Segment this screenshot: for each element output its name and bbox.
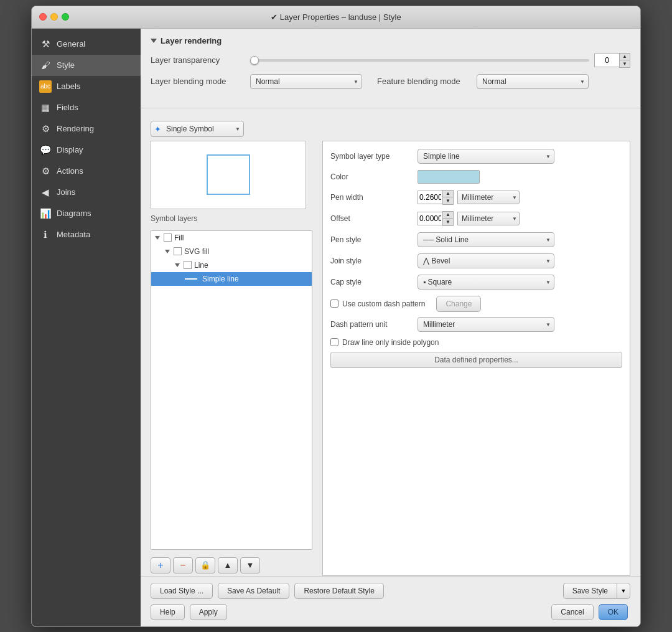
offset-spin: ▲ ▼ bbox=[418, 211, 454, 226]
move-down-layer-button[interactable]: ▼ bbox=[240, 557, 260, 573]
offset-input[interactable] bbox=[418, 212, 442, 225]
sidebar-item-metadata[interactable]: ℹ Metadata bbox=[32, 224, 141, 245]
sidebar-item-display[interactable]: 💬 Display bbox=[32, 139, 141, 161]
layer-check-svg-fill[interactable] bbox=[174, 247, 182, 255]
sidebar-label-rendering: Rendering bbox=[57, 124, 94, 133]
transparency-value-input[interactable] bbox=[594, 54, 619, 67]
pen-width-unit-wrap: Millimeter Pixel Map unit bbox=[457, 191, 520, 204]
main-layout: ⚒ General 🖌 Style abc Labels ▦ Fields ⚙ … bbox=[32, 29, 640, 626]
pen-width-label: Pen width bbox=[330, 193, 418, 202]
sidebar-item-diagrams[interactable]: 📊 Diagrams bbox=[32, 203, 141, 224]
transparency-label: Layer transparency bbox=[151, 55, 250, 65]
sidebar-label-diagrams: Diagrams bbox=[57, 209, 91, 218]
save-style-button[interactable]: Save Style bbox=[563, 583, 617, 599]
divider-1 bbox=[141, 108, 640, 108]
maximize-button[interactable] bbox=[62, 13, 69, 21]
save-as-default-button[interactable]: Save As Default bbox=[218, 583, 289, 599]
sidebar-item-general[interactable]: ⚒ General bbox=[32, 34, 141, 55]
layer-item-simple-line[interactable]: Simple line bbox=[151, 272, 312, 286]
pen-width-spin-down[interactable]: ▼ bbox=[443, 197, 453, 204]
custom-dash-label: Use custom dash pattern bbox=[342, 299, 425, 308]
add-layer-button[interactable]: + bbox=[151, 557, 170, 573]
offset-value-wrap: ▲ ▼ Millimeter Pixel Map unit bbox=[418, 211, 622, 226]
draw-inside-row: Draw line only inside polygon bbox=[330, 338, 622, 347]
color-value-wrap bbox=[418, 170, 622, 184]
sidebar-item-fields[interactable]: ▦ Fields bbox=[32, 97, 141, 118]
layer-item-line[interactable]: Line bbox=[151, 258, 312, 272]
dash-unit-value-wrap: Millimeter Pixel Map unit bbox=[418, 317, 622, 332]
pen-style-select[interactable]: ── Solid Line - - Dash · · Dot bbox=[418, 232, 554, 247]
sidebar-item-joins[interactable]: ◀ Joins bbox=[32, 182, 141, 203]
offset-unit-select[interactable]: Millimeter Pixel Map unit bbox=[457, 212, 520, 225]
symbol-layers-label: Symbol layers bbox=[151, 214, 312, 223]
bottom-bar: Load Style ... Save As Default Restore D… bbox=[141, 576, 640, 626]
collapse-triangle-icon[interactable] bbox=[151, 39, 157, 43]
data-defined-properties-button[interactable]: Data defined properties... bbox=[330, 352, 622, 368]
color-label: Color bbox=[330, 172, 418, 181]
pen-width-unit-select[interactable]: Millimeter Pixel Map unit bbox=[457, 191, 520, 204]
color-row: Color bbox=[330, 170, 622, 184]
cancel-button[interactable]: Cancel bbox=[551, 604, 593, 620]
pen-style-label: Pen style bbox=[330, 235, 418, 244]
remove-layer-button[interactable]: − bbox=[173, 557, 193, 573]
line-icon-simple-line bbox=[185, 278, 197, 280]
transparency-slider-wrap: ▲ ▼ bbox=[250, 53, 630, 68]
sidebar-label-display: Display bbox=[57, 145, 83, 154]
labels-icon: abc bbox=[39, 80, 52, 93]
layer-check-line[interactable] bbox=[184, 261, 192, 269]
move-up-layer-button[interactable]: ▲ bbox=[218, 557, 238, 573]
sidebar-item-rendering[interactable]: ⚙ Rendering bbox=[32, 118, 141, 139]
rendering-icon: ⚙ bbox=[39, 123, 52, 135]
layer-item-svg-fill[interactable]: SVG fill bbox=[151, 245, 312, 258]
transparency-spin-down[interactable]: ▼ bbox=[620, 60, 630, 67]
symbol-layer-type-select[interactable]: Simple line Arrow Marker line bbox=[418, 149, 554, 164]
load-style-button[interactable]: Load Style ... bbox=[151, 583, 213, 599]
color-picker-button[interactable] bbox=[418, 170, 480, 184]
sidebar-label-general: General bbox=[57, 39, 85, 49]
join-style-select[interactable]: ⋀ Bevel Miter Round bbox=[418, 253, 554, 268]
layer-item-fill[interactable]: Fill bbox=[151, 231, 312, 245]
symbol-layers-list[interactable]: Fill SVG fill Line bbox=[151, 230, 312, 550]
restore-default-button[interactable]: Restore Default Style bbox=[294, 583, 383, 599]
blending-row: Layer blending mode Normal Multiply Scre… bbox=[151, 74, 630, 89]
join-style-row: Join style ⋀ Bevel Miter Round bbox=[330, 253, 622, 268]
custom-dash-checkbox[interactable] bbox=[330, 299, 338, 308]
help-button[interactable]: Help bbox=[151, 604, 185, 620]
dash-unit-row: Dash pattern unit Millimeter Pixel Map u… bbox=[330, 317, 622, 332]
dash-unit-select[interactable]: Millimeter Pixel Map unit bbox=[418, 317, 554, 332]
cap-style-value-wrap: ▪ Square Flat Round bbox=[418, 275, 622, 290]
sidebar-item-labels[interactable]: abc Labels bbox=[32, 76, 141, 97]
pen-width-spin-up[interactable]: ▲ bbox=[443, 191, 453, 197]
layer-check-fill[interactable] bbox=[164, 233, 172, 242]
draw-inside-checkbox[interactable] bbox=[330, 338, 338, 346]
layer-rendering-header: Layer rendering bbox=[151, 36, 630, 45]
window-title: ✔ Layer Properties – landuse | Style bbox=[271, 12, 401, 22]
sidebar-item-style[interactable]: 🖌 Style bbox=[32, 55, 141, 76]
offset-row: Offset ▲ ▼ bbox=[330, 211, 622, 226]
lock-layer-button[interactable]: 🔒 bbox=[195, 557, 215, 573]
change-button[interactable]: Change bbox=[436, 296, 481, 312]
offset-unit-wrap: Millimeter Pixel Map unit bbox=[457, 212, 520, 225]
transparency-slider[interactable] bbox=[250, 59, 589, 62]
cap-style-select[interactable]: ▪ Square Flat Round bbox=[418, 275, 554, 290]
symbol-type-select[interactable]: Single Symbol Categorized Graduated bbox=[151, 121, 244, 137]
ok-button[interactable]: OK bbox=[599, 604, 628, 620]
draw-inside-label: Draw line only inside polygon bbox=[342, 338, 439, 347]
feature-blending-label: Feature blending mode bbox=[377, 77, 477, 86]
pen-width-input[interactable] bbox=[418, 191, 442, 204]
feature-blending-select[interactable]: Normal Multiply Screen bbox=[477, 74, 589, 89]
apply-button[interactable]: Apply bbox=[190, 604, 227, 620]
minimize-button[interactable] bbox=[50, 13, 58, 21]
preview-rect bbox=[207, 154, 250, 195]
layer-label-line: Line bbox=[194, 261, 208, 270]
blending-mode-select[interactable]: Normal Multiply Screen bbox=[250, 74, 362, 89]
save-style-arrow-button[interactable]: ▼ bbox=[617, 583, 630, 599]
close-button[interactable] bbox=[39, 13, 47, 21]
lock-icon: 🔒 bbox=[200, 560, 210, 570]
offset-spin-up[interactable]: ▲ bbox=[443, 212, 453, 219]
transparency-spin-up[interactable]: ▲ bbox=[620, 54, 630, 60]
symbol-layer-type-label: Symbol layer type bbox=[330, 152, 418, 161]
layer-label-fill: Fill bbox=[174, 233, 184, 242]
sidebar-item-actions[interactable]: ⚙ Actions bbox=[32, 161, 141, 182]
offset-spin-down[interactable]: ▼ bbox=[443, 219, 453, 225]
